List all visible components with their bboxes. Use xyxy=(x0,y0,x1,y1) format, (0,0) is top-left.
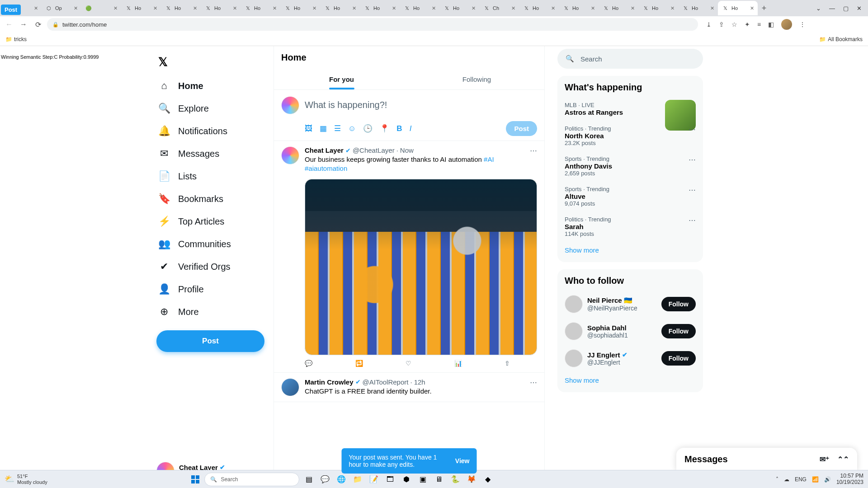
new-tab-button[interactable]: + xyxy=(758,4,770,13)
browser-tab[interactable]: 𝕏Ho✕ xyxy=(400,1,439,15)
python-icon[interactable]: 🐍 xyxy=(448,473,462,486)
browser-tab[interactable]: 𝕏Ho✕ xyxy=(201,1,241,15)
sidebar-item-person[interactable]: 👤Profile xyxy=(153,278,268,300)
sidebar-item-list[interactable]: 📄Lists xyxy=(153,165,268,188)
tab-close-icon[interactable]: ✕ xyxy=(113,5,118,11)
bookmark-folder-tricks[interactable]: 📁 tricks xyxy=(5,36,27,42)
expand-icon[interactable]: ⌃⌃ xyxy=(837,455,849,464)
browser-tab[interactable]: 𝕏Ho✕ xyxy=(280,1,320,15)
app-icon[interactable]: ⬢ xyxy=(400,473,413,486)
language-icon[interactable]: ENG xyxy=(795,476,807,483)
browser-tab[interactable]: 𝕏Ho✕ xyxy=(121,1,161,15)
volume-icon[interactable]: 🔊 xyxy=(824,476,831,483)
side-panel-icon[interactable]: ◧ xyxy=(768,21,774,28)
tab-close-icon[interactable]: ✕ xyxy=(312,5,316,11)
sidebar-item-people[interactable]: 👥Communities xyxy=(153,233,268,255)
follow-button[interactable]: Follow xyxy=(661,297,696,311)
reply-icon[interactable]: 💬 xyxy=(305,360,312,367)
hashtag[interactable]: #AI xyxy=(484,155,494,163)
browser-tab[interactable]: 𝕏Ho✕ xyxy=(439,1,479,15)
trend-more-icon[interactable]: ⋯ xyxy=(689,186,696,194)
tab-search-icon[interactable]: ⌄ xyxy=(816,5,821,12)
install-icon[interactable]: ⤓ xyxy=(706,21,712,28)
window-close[interactable]: ✕ xyxy=(857,5,862,12)
tab-close-icon[interactable]: ✕ xyxy=(352,5,356,11)
app-icon[interactable]: ◆ xyxy=(481,473,495,486)
firefox-icon[interactable]: 🦊 xyxy=(465,473,478,486)
trend-more-icon[interactable]: ⋯ xyxy=(689,125,696,134)
poll-icon[interactable]: ☰ xyxy=(334,124,341,133)
x-logo-icon[interactable]: 𝕏 xyxy=(153,50,268,75)
post-button-small[interactable]: Post xyxy=(506,121,537,136)
post-button-large[interactable]: Post xyxy=(156,330,264,352)
tweet-more-icon[interactable]: ⋯ xyxy=(530,378,537,387)
nav-back-icon[interactable]: ← xyxy=(4,20,14,28)
tab-close-icon[interactable]: ✕ xyxy=(551,5,555,11)
tab-close-icon[interactable]: ✕ xyxy=(591,5,595,11)
taskbar-search[interactable]: 🔍 Search xyxy=(204,473,299,486)
tab-close-icon[interactable]: ✕ xyxy=(233,5,237,11)
browser-tab[interactable]: 🟢✕ xyxy=(81,1,121,15)
browser-tab[interactable]: 𝕏Ho✕ xyxy=(161,1,201,15)
tab-for-you[interactable]: For you xyxy=(274,69,409,89)
trend-item[interactable]: Sports · TrendingAnthony Davis2,659 post… xyxy=(565,151,696,181)
italic-icon[interactable]: I xyxy=(410,124,412,133)
sidebar-item-search[interactable]: 🔍Explore xyxy=(153,97,268,120)
browser-tab[interactable]: 𝕏Ho✕ xyxy=(241,1,280,15)
views-icon[interactable]: 📊 xyxy=(454,360,462,367)
tweet[interactable]: Martin Crowley ✔ @AIToolReport · 12h Cha… xyxy=(274,373,544,402)
tab-close-icon[interactable]: ✕ xyxy=(710,5,714,11)
bold-icon[interactable]: B xyxy=(396,124,402,133)
trend-item[interactable]: Sports · TrendingAltuve9,074 posts⋯ xyxy=(565,181,696,211)
follow-button[interactable]: Follow xyxy=(661,324,696,338)
sidebar-item-home[interactable]: ⌂Home xyxy=(153,75,268,97)
follow-suggestion[interactable]: Neil Pierce 🇺🇦@NeilRyanPierceFollow xyxy=(565,291,696,318)
toast-view-link[interactable]: View xyxy=(455,457,470,465)
share-icon[interactable]: ⇧ xyxy=(505,360,510,367)
hashtag[interactable]: #aiautomation xyxy=(305,164,347,172)
bookmark-star-icon[interactable]: ☆ xyxy=(731,21,737,28)
tab-following[interactable]: Following xyxy=(409,69,544,89)
browser-tab[interactable]: 𝕏Ho✕ xyxy=(718,1,758,15)
tab-close-icon[interactable]: ✕ xyxy=(193,5,197,11)
nav-forward-icon[interactable]: → xyxy=(18,20,29,28)
browser-tab[interactable]: 𝕏Ho✕ xyxy=(638,1,678,15)
explorer-icon[interactable]: 📁 xyxy=(351,473,364,486)
tweet-image[interactable] xyxy=(305,179,537,355)
location-icon[interactable]: 📍 xyxy=(380,124,389,133)
schedule-icon[interactable]: 🕒 xyxy=(363,124,373,133)
messages-drawer[interactable]: Messages ✉⁺ ⌃⌃ xyxy=(676,448,857,471)
tab-close-icon[interactable]: ✕ xyxy=(472,5,476,11)
tab-close-icon[interactable]: ✕ xyxy=(34,5,38,11)
tab-close-icon[interactable]: ✕ xyxy=(670,5,675,11)
browser-tab[interactable]: 𝕏Ho✕ xyxy=(360,1,400,15)
media-icon[interactable]: 🖼 xyxy=(305,124,312,133)
follow-suggestion[interactable]: Sophia Dahl@sophiadahl1Follow xyxy=(565,318,696,345)
like-icon[interactable]: ♡ xyxy=(406,360,411,367)
browser-tab[interactable]: ⬡Op✕ xyxy=(42,1,81,15)
app-icon[interactable]: 🖥 xyxy=(432,473,446,486)
tab-close-icon[interactable]: ✕ xyxy=(273,5,277,11)
share-icon[interactable]: ⇪ xyxy=(719,21,724,28)
browser-tab[interactable]: 𝕏Ho✕ xyxy=(519,1,559,15)
chrome-menu-icon[interactable]: ⋮ xyxy=(799,21,806,28)
window-minimize[interactable]: — xyxy=(829,5,835,12)
retweet-icon[interactable]: 🔁 xyxy=(355,360,363,367)
trend-item[interactable]: MLB · LIVEAstros at Rangers xyxy=(565,97,696,121)
notepad-icon[interactable]: 📝 xyxy=(367,473,381,486)
tweet-more-icon[interactable]: ⋯ xyxy=(530,146,537,155)
trend-more-icon[interactable]: ⋯ xyxy=(689,155,696,164)
compose-input[interactable]: What is happening?! xyxy=(305,96,537,121)
show-more-link[interactable]: Show more xyxy=(565,372,696,386)
sidebar-item-bookmark[interactable]: 🔖Bookmarks xyxy=(153,188,268,210)
wifi-icon[interactable]: 📶 xyxy=(812,476,819,483)
follow-button[interactable]: Follow xyxy=(661,351,696,366)
show-more-link[interactable]: Show more xyxy=(565,242,696,256)
terminal-icon[interactable]: ▣ xyxy=(416,473,429,486)
sidebar-item-verified[interactable]: ✔Verified Orgs xyxy=(153,255,268,278)
tray-chevron-icon[interactable]: ˄ xyxy=(776,476,778,483)
vscode-icon[interactable]: 🗔 xyxy=(383,473,397,486)
app-icon[interactable]: 💬 xyxy=(318,473,332,486)
tab-close-icon[interactable]: ✕ xyxy=(74,5,78,11)
task-view-icon[interactable]: ▤ xyxy=(302,473,316,486)
